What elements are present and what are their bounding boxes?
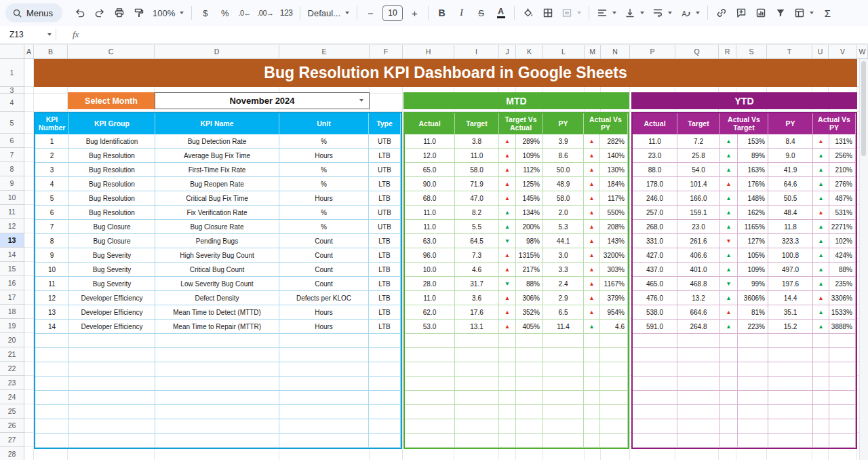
cell-py[interactable]: 15.2 (768, 320, 813, 334)
trend-up-icon[interactable]: ▲ (499, 206, 516, 220)
more-formats-button[interactable]: 123 (277, 4, 296, 22)
select-all-corner[interactable] (0, 45, 24, 58)
cell-kpi-group[interactable]: Developer Efficiency (69, 320, 155, 334)
cell-variance[interactable]: 88% (829, 263, 856, 277)
cell-kpi-name[interactable]: First-Time Fix Rate (155, 163, 279, 177)
cell-empty[interactable] (768, 391, 813, 405)
cell-py[interactable]: 3.3 (543, 263, 584, 277)
row-header-18[interactable]: 18 (0, 305, 24, 319)
cell-py[interactable]: 11.8 (768, 220, 813, 234)
row-header-20[interactable]: 20 (0, 333, 24, 347)
cell-empty[interactable] (69, 362, 155, 377)
cell-actual[interactable]: 11.0 (633, 134, 677, 149)
zoom-select[interactable]: 100% (149, 4, 187, 22)
trend-up-icon[interactable]: ▲ (584, 320, 600, 334)
cell-target[interactable]: 13.2 (677, 291, 720, 305)
cell-empty[interactable] (738, 405, 768, 419)
cell-actual[interactable]: 10.0 (405, 263, 455, 277)
trend-up-icon[interactable]: ▲ (720, 263, 738, 277)
cell-empty[interactable] (279, 419, 369, 434)
cell-kpi-number[interactable]: 1 (35, 134, 69, 149)
cell-empty[interactable] (499, 419, 516, 434)
cell-variance[interactable]: 1167% (600, 277, 628, 291)
trend-up-icon[interactable]: ▲ (720, 291, 738, 305)
cell-type[interactable]: LTB (369, 277, 401, 291)
trend-up-icon[interactable]: ▲ (813, 220, 829, 234)
cell-empty[interactable] (405, 362, 455, 377)
cell-kpi-number[interactable]: 4 (35, 177, 69, 191)
trend-up-icon[interactable]: ▲ (584, 291, 600, 305)
trend-up-icon[interactable]: ▲ (584, 277, 600, 291)
cell-actual[interactable]: 246.0 (633, 191, 677, 206)
cell-variance[interactable]: 176% (738, 177, 768, 191)
cell-empty[interactable] (584, 405, 600, 419)
trend-up-icon[interactable]: ▲ (813, 134, 829, 149)
increase-decimal-button[interactable]: .00→ (255, 4, 275, 22)
trend-up-icon[interactable]: ▲ (813, 177, 829, 191)
cell-empty[interactable] (516, 348, 543, 362)
cell-unit[interactable]: % (279, 134, 369, 149)
create-filter-button[interactable] (771, 4, 789, 22)
trend-up-icon[interactable]: ▲ (720, 305, 738, 320)
table-views-button[interactable] (791, 4, 817, 22)
cell-empty[interactable] (516, 434, 543, 448)
cell-empty[interactable] (829, 348, 856, 362)
row-header-12[interactable]: 12 (0, 219, 24, 233)
cell-actual[interactable]: 591.0 (633, 320, 677, 334)
cell-empty[interactable] (455, 391, 499, 405)
cell-kpi-number[interactable]: 12 (35, 291, 69, 305)
cell-variance[interactable]: 127% (738, 234, 768, 248)
trend-up-icon[interactable]: ▲ (584, 134, 600, 149)
column-header-S[interactable]: S (736, 45, 767, 58)
cell-variance[interactable]: 379% (600, 291, 628, 305)
cell-target[interactable]: 3.8 (455, 134, 499, 149)
cell-unit[interactable]: Hours (279, 305, 369, 320)
cell-py[interactable]: 8.6 (543, 149, 584, 163)
cell-empty[interactable] (738, 391, 768, 405)
cell-empty[interactable] (633, 391, 677, 405)
format-currency-button[interactable]: $ (196, 4, 214, 22)
cell-empty[interactable] (35, 434, 69, 448)
cell-empty[interactable] (677, 391, 720, 405)
cell-actual[interactable]: 12.0 (405, 149, 455, 163)
cell-target[interactable]: 64.5 (455, 234, 499, 248)
column-header-T[interactable]: T (767, 45, 812, 58)
cell-kpi-group[interactable]: Developer Efficiency (69, 305, 155, 320)
column-header-N[interactable]: N (601, 45, 630, 58)
cell-variance[interactable]: 3606% (738, 291, 768, 305)
cell-actual[interactable]: 465.0 (633, 277, 677, 291)
cell-empty[interactable] (677, 377, 720, 391)
trend-up-icon[interactable]: ▲ (584, 248, 600, 263)
cell-empty[interactable] (813, 434, 829, 448)
cell-py[interactable]: 6.5 (543, 305, 584, 320)
cell-empty[interactable] (633, 377, 677, 391)
cell-target[interactable]: 25.8 (677, 149, 720, 163)
fill-color-button[interactable] (519, 4, 537, 22)
cell-empty[interactable] (768, 405, 813, 419)
row-header-19[interactable]: 19 (0, 319, 24, 333)
cell-unit[interactable]: % (279, 220, 369, 234)
row-header-11[interactable]: 11 (0, 205, 24, 219)
row-header-28[interactable]: 28 (0, 447, 24, 460)
cell-empty[interactable] (768, 419, 813, 434)
cell-actual[interactable]: 538.0 (633, 305, 677, 320)
cell-empty[interactable] (516, 334, 543, 348)
cell-empty[interactable] (813, 419, 829, 434)
cell-empty[interactable] (35, 377, 69, 391)
cell-actual[interactable]: 63.0 (405, 234, 455, 248)
cell-empty[interactable] (829, 362, 856, 377)
cell-empty[interactable] (584, 334, 600, 348)
trend-up-icon[interactable]: ▲ (720, 134, 738, 149)
cell-empty[interactable] (35, 334, 69, 348)
trend-up-icon[interactable]: ▲ (499, 263, 516, 277)
cell-actual[interactable]: 88.0 (633, 163, 677, 177)
cell-variance[interactable]: 130% (600, 163, 628, 177)
row-header-8[interactable]: 8 (0, 162, 24, 176)
cell-empty[interactable] (35, 362, 69, 377)
trend-up-icon[interactable]: ▲ (720, 177, 738, 191)
trend-up-icon[interactable]: ▲ (813, 320, 829, 334)
cell-target[interactable]: 468.8 (677, 277, 720, 291)
text-color-button[interactable]: A (492, 4, 510, 22)
cell-unit[interactable]: Hours (279, 191, 369, 206)
cell-empty[interactable] (279, 377, 369, 391)
